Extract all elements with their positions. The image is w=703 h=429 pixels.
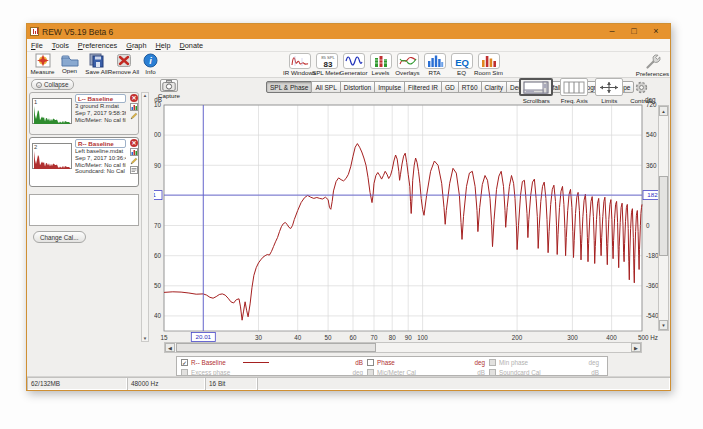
collapse-label: Collapse (44, 81, 69, 88)
scrollbars-button[interactable]: Scrollbars (519, 78, 553, 104)
scroll-right-icon[interactable]: ▶ (631, 343, 641, 352)
scroll-up-icon[interactable]: ▲ (659, 106, 668, 116)
trace-legend: ✓R-- BaselinedBPhasedegMin phasedegExces… (176, 356, 608, 376)
controls-icon (634, 80, 649, 95)
spl-meter-button[interactable]: 85 SPL83SPL Meter (313, 53, 340, 76)
menu-item-tools[interactable]: Tools (52, 41, 69, 50)
checkbox-min-phase[interactable] (489, 359, 496, 366)
checkbox-r-baseline[interactable]: ✓ (181, 359, 188, 366)
preferences-icon (644, 53, 661, 70)
scroll-left-icon[interactable]: ◀ (165, 343, 175, 352)
legend-label: Phase (377, 359, 395, 366)
svg-text:110: 110 (154, 101, 161, 108)
remove-measurement-icon[interactable]: ✕ (130, 94, 138, 102)
change-cal-button[interactable]: Change Cal... (33, 231, 86, 243)
tab-distortion[interactable]: Distortion (340, 81, 375, 93)
tab-all-spl[interactable]: All SPL (311, 81, 340, 93)
tab-clarity[interactable]: Clarity (481, 81, 507, 93)
status-cell-empty (257, 377, 670, 390)
menu-item-help[interactable]: Help (155, 41, 170, 50)
checkbox-phase[interactable] (367, 359, 374, 366)
tab-impulse[interactable]: Impulse (374, 81, 405, 93)
svg-text:500 Hz: 500 Hz (638, 334, 658, 341)
collapse-button[interactable]: × Collapse (31, 79, 74, 90)
eq-icon: EQ (451, 53, 473, 69)
save-all-button[interactable]: Save All (83, 53, 110, 75)
statusbar: 62/132MB48000 Hz16 Bit (27, 376, 670, 390)
vertical-scrollbar[interactable]: ▲ ▼ (658, 105, 669, 331)
info-icon: i (143, 53, 158, 68)
checkbox-soundcard-cal[interactable] (489, 369, 496, 376)
preferences-button[interactable]: Preferences (639, 53, 666, 77)
scroll-down-icon[interactable]: ▼ (659, 320, 668, 330)
svg-text:20.01: 20.01 (196, 333, 212, 340)
legend-unit: dB (477, 369, 485, 376)
chart-icon[interactable] (130, 103, 138, 111)
open-button[interactable]: Open (56, 53, 83, 74)
levels-button[interactable]: Levels (367, 53, 394, 76)
svg-text:80: 80 (389, 334, 397, 341)
limits-button[interactable]: Limits (595, 78, 623, 104)
pencil-icon[interactable] (130, 112, 138, 120)
controls-button[interactable]: Controls (630, 78, 653, 104)
measurement-number: 2 (34, 144, 37, 150)
spl-meter-icon: 85 SPL83 (316, 53, 338, 69)
toolbar-label: Measure (30, 68, 54, 75)
tab-filtered-ir[interactable]: Filtered IR (404, 81, 442, 93)
svg-text:90: 90 (405, 334, 413, 341)
measurement-detail: Soundcard: No Cal (75, 168, 126, 175)
pencil-icon[interactable] (130, 157, 138, 165)
tab-gd[interactable]: GD (441, 81, 459, 93)
measurement-detail: Sep 7, 2017 9:58:36 AM (75, 110, 126, 117)
menu-item-donate[interactable]: Donate (180, 41, 204, 50)
measurement-detail: 3 ground R.mdat (75, 103, 126, 110)
checkbox-mic-meter-cal[interactable] (367, 369, 374, 376)
overlays-button[interactable]: Overlays (394, 53, 421, 76)
measurement-title-field[interactable]: R-- Baseline (75, 139, 126, 148)
remove-measurement-icon[interactable]: ✕ (130, 139, 138, 147)
measurement-detail: Left baseline.mdat (75, 148, 126, 155)
svg-text:40: 40 (294, 334, 302, 341)
close-button[interactable]: × (645, 24, 667, 39)
menu-item-graph[interactable]: Graph (126, 41, 146, 50)
chart-icon[interactable] (130, 148, 138, 156)
rta-button[interactable]: RTA (421, 53, 448, 76)
minimize-button[interactable]: – (601, 24, 623, 39)
capture-button[interactable]: Capture (156, 79, 182, 99)
sidebar-scrollbar[interactable]: ▲▼ (141, 92, 149, 342)
notes-box[interactable] (29, 194, 139, 226)
legend-label: Mic/Meter Cal (377, 369, 416, 376)
scroll-up-icon[interactable]: ▲ (142, 93, 148, 98)
ir-windows-icon (289, 53, 311, 69)
toolbar-label: RTA (429, 69, 441, 76)
menu-item-file[interactable]: File (31, 41, 43, 50)
save-all-icon (88, 53, 106, 68)
freq-axis-button[interactable]: Freq. Axis (560, 78, 588, 104)
horizontal-scrollbar[interactable]: ◀ ▶ (164, 342, 642, 353)
status-cell-3: 16 Bit (205, 377, 257, 390)
ir-windows-button[interactable]: IR Windows (286, 53, 313, 76)
measurement-detail: Mic/Meter: No cal file (75, 162, 126, 169)
remove-all-button[interactable]: Remove All (110, 53, 137, 75)
menu-item-preferences[interactable]: Preferences (78, 41, 117, 50)
svg-text:100: 100 (154, 131, 161, 138)
measurement-item-1[interactable]: 1L-- Baseline3 ground R.mdatSep 7, 2017 … (29, 92, 139, 135)
eq-button[interactable]: EQEQ (448, 53, 475, 76)
info-button[interactable]: iInfo (137, 53, 164, 75)
measurement-item-2[interactable]: 2R-- BaselineLeft baseline.mdatSep 7, 20… (29, 137, 139, 187)
scroll-down-icon[interactable]: ▼ (142, 336, 148, 341)
tab-rt60[interactable]: RT60 (458, 81, 482, 93)
generator-button[interactable]: Generator (340, 53, 367, 76)
control-label: Scrollbars (523, 97, 550, 104)
measure-button[interactable]: Measure (29, 53, 56, 75)
room-sim-button[interactable]: Room Sim (475, 53, 502, 76)
checkbox-excess-phase[interactable] (181, 369, 188, 376)
legend-label: Min phase (499, 359, 528, 366)
hscroll-thumb[interactable] (176, 343, 376, 352)
vscroll-thumb[interactable] (659, 176, 668, 256)
measurement-title-field[interactable]: L-- Baseline (75, 94, 126, 103)
control-label: Freq. Axis (561, 97, 588, 104)
tab-spl-phase[interactable]: SPL & Phase (266, 81, 312, 93)
notes-icon[interactable] (130, 166, 138, 174)
maximize-button[interactable]: □ (623, 24, 645, 39)
